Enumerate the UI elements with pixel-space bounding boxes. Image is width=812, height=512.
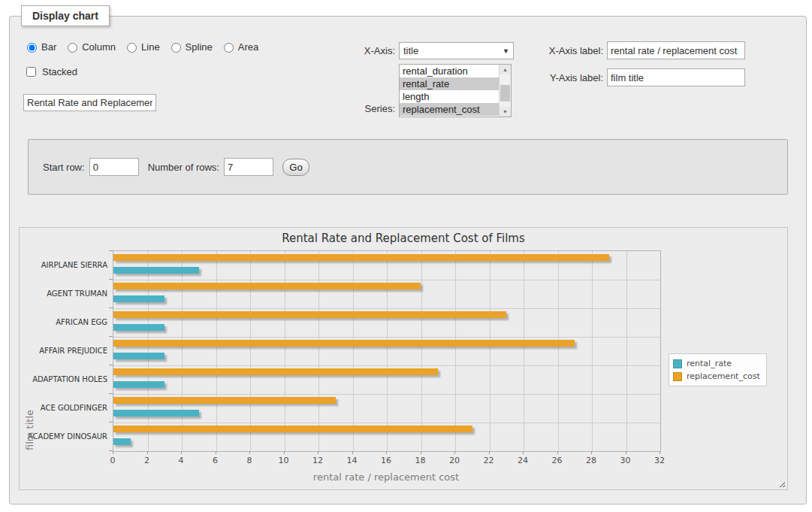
y-tickmark [109,393,113,394]
start-row-input[interactable] [89,158,139,176]
x-axis-label-input[interactable] [607,41,745,59]
bar-replacement_cost[interactable] [113,426,472,432]
chart-type-option-line[interactable]: Line [123,41,160,53]
bar-replacement_cost[interactable] [113,340,575,347]
x-tick-label: 2 [136,456,158,465]
chart-type-radio-group: BarColumnLineSplineArea [23,41,263,53]
bar-rental_rate[interactable] [113,324,165,331]
go-button[interactable]: Go [282,159,309,176]
chart-type-label: Column [82,41,116,53]
series-scrollbar[interactable]: ▲ ▼ [499,65,511,117]
legend-series-name: replacement_cost [687,371,760,381]
x-tickmark [318,451,318,454]
x-axis-select[interactable]: title ▼ [399,42,514,59]
x-axis-label-text: X-Axis: [350,45,395,56]
y-axis-label-input[interactable] [607,68,745,86]
chart-type-option-column[interactable]: Column [64,41,116,53]
y-tickmark [109,422,113,423]
scroll-down-icon[interactable]: ▼ [500,107,511,117]
chart-type-radio-bar[interactable] [27,43,37,53]
resize-handle-icon[interactable] [777,480,785,487]
bar-rental_rate[interactable] [113,295,165,302]
legend-series-name: rental_rate [687,359,732,368]
gridline [455,251,456,451]
bar-rental_rate[interactable] [113,381,165,388]
y-tickmark [109,365,113,365]
bar-rental_rate[interactable] [113,410,199,417]
chart-type-option-bar[interactable]: Bar [23,41,56,53]
bar-replacement_cost[interactable] [113,311,506,318]
x-tick-label: 4 [170,456,192,465]
chart-title-input[interactable] [23,94,156,111]
bar-replacement_cost[interactable] [113,283,421,289]
bar-rental_rate[interactable] [113,438,131,445]
x-tickmark [284,451,285,454]
x-tickmark [557,451,558,454]
stacked-checkbox[interactable] [26,67,36,77]
num-rows-input[interactable] [224,158,273,176]
bar-replacement_cost[interactable] [113,397,336,404]
series-listbox[interactable]: rental_durationrental_ratelengthreplacem… [399,64,512,117]
series-row: Series: rental_durationrental_ratelength… [350,64,512,117]
x-tickmark [386,451,387,454]
series-options: rental_durationrental_ratelengthreplacem… [400,65,499,117]
x-tickmark [352,451,353,454]
x-tickmark [216,451,216,454]
series-option-rental_rate[interactable]: rental_rate [400,77,499,90]
gridline [182,251,183,451]
x-tick-label: 0 [101,456,124,465]
chart-title: Rental Rate and Replacement Cost of Film… [20,232,787,245]
chart-type-radio-column[interactable] [68,43,77,53]
scroll-up-icon[interactable]: ▲ [500,65,511,74]
bar-rental_rate[interactable] [113,353,165,359]
chart-type-radio-line[interactable] [127,43,137,53]
gridline [387,251,388,451]
display-chart-fieldset: Display chart BarColumnLineSplineArea St… [9,16,807,504]
x-tick-label: 16 [375,456,397,465]
gridline [421,251,422,451]
y-axis-label-row: Y-Axis label: [539,68,745,86]
x-tickmark [421,451,421,454]
x-tick-label: 8 [238,456,261,465]
bar-rental_rate[interactable] [113,267,199,274]
legend-swatch-icon [673,359,682,368]
row-range-box: Start row: Number of rows: Go [28,139,788,195]
bar-replacement_cost[interactable] [113,254,609,261]
gridline [285,251,285,451]
x-tick-label: 14 [341,456,364,465]
series-option-rental_duration[interactable]: rental_duration [400,65,499,77]
x-tickmark [626,451,626,454]
y-axis-label-caption: Y-Axis label: [539,72,603,83]
x-tick-label: 24 [512,456,534,465]
gridline [626,251,627,451]
scrollbar-thumb[interactable] [500,85,510,101]
bar-replacement_cost[interactable] [113,368,438,375]
x-tick-label: 18 [409,456,432,465]
chart-type-option-spline[interactable]: Spline [168,41,213,53]
chart-type-label: Bar [41,41,56,53]
stacked-checkbox-row[interactable]: Stacked [23,65,77,79]
gridline [113,365,660,366]
legend-entry-rental_rate: rental_rate [673,357,760,370]
legend-entry-replacement_cost: replacement_cost [673,370,760,383]
gridline [524,251,524,451]
x-tickmark [454,451,455,454]
gridline [113,280,660,280]
chart-type-option-area[interactable]: Area [220,41,258,53]
chart-type-radio-area[interactable] [224,43,234,53]
chart-type-label: Area [238,41,258,53]
series-option-length[interactable]: length [400,90,499,103]
x-tickmark [591,451,592,454]
chart-type-radio-spline[interactable] [171,43,181,53]
start-row-label: Start row: [43,162,85,173]
y-tickmark [109,308,113,308]
x-tick-label: 6 [204,456,227,465]
x-axis-label-caption: X-Axis label: [539,45,603,56]
chart-legend: rental_ratereplacement_cost [669,353,767,386]
x-tick-label: 28 [580,456,602,465]
series-option-replacement_cost[interactable]: replacement_cost [400,103,499,116]
stacked-label: Stacked [42,66,77,77]
gridline [216,251,217,451]
page: Display chart BarColumnLineSplineArea St… [0,0,812,512]
gridline [558,251,559,451]
